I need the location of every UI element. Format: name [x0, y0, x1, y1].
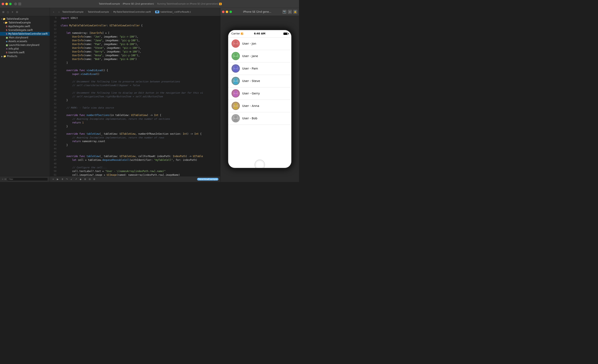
avatar-jon	[232, 40, 240, 48]
iphone-status-bar: Carrier 📶 6:40 AM	[228, 30, 291, 38]
sim-camera-icon[interactable]: 📷	[282, 10, 287, 14]
sim-titlebar: iPhone SE (2nd gene... 📷 ⌂ 🔒	[220, 8, 299, 16]
titlebar-breadcrumb: TableViewExample › iPhone SE (2nd genera…	[23, 2, 297, 5]
titlebar: TableViewExample › iPhone SE (2nd genera…	[0, 0, 299, 8]
sidebar-filter-icon[interactable]: ◻	[6, 10, 9, 14]
minimize-button[interactable]	[5, 3, 8, 5]
project-label: TableViewExample	[99, 2, 120, 5]
add-file-button[interactable]: +	[51, 178, 55, 181]
user-name-gerry: User - Gerry	[242, 92, 260, 95]
arrow-icon: ▾	[3, 22, 4, 24]
avatar-pam	[232, 64, 240, 73]
close-button[interactable]	[2, 3, 4, 5]
code-text[interactable]: import UIKit class MyTableTableViewContr…	[58, 16, 220, 176]
step-out-button[interactable]: ↗	[74, 178, 78, 181]
home-button[interactable]	[255, 160, 265, 170]
sidebar-products-label: Products	[7, 55, 17, 58]
person-icon	[232, 115, 239, 121]
swift-icon: S	[6, 51, 8, 54]
bottom-toolbar: + ▶ ⏸ ↷ ↙ ↗ ◆ ⊞ ⊟ ⊞ TableViewExample	[50, 176, 220, 182]
user-name-pam: User - Pam	[242, 67, 258, 70]
sidebar-filter-bar: + ⊞	[0, 176, 50, 182]
sidebar-file-label: Assets.xcassets	[8, 40, 27, 43]
svg-point-9	[233, 94, 238, 97]
sidebar-item-appdelegate[interactable]: S AppDelegate.swift	[0, 24, 50, 28]
stop-button[interactable]	[18, 2, 21, 5]
nav-back-button[interactable]: ‹	[51, 10, 56, 14]
scheme-badge: TableViewExample	[197, 178, 218, 181]
step-over-button[interactable]: ↷	[65, 178, 68, 181]
sidebar-file-label: Info.plist	[8, 47, 19, 50]
play-button[interactable]: ▶	[56, 178, 59, 181]
sidebar-group-label: TableViewExample	[8, 21, 31, 24]
run-button[interactable]	[14, 2, 17, 5]
table-row[interactable]: User - Jon	[228, 38, 291, 50]
split-button[interactable]: ⊟	[88, 178, 91, 181]
sidebar-item-main-storyboard[interactable]: ■ Main.storyboard	[0, 36, 50, 40]
sim-lock-icon[interactable]: 🔒	[293, 10, 297, 14]
step-into-button[interactable]: ↙	[70, 178, 73, 181]
svg-point-12	[234, 116, 237, 119]
plist-icon: ≡	[6, 48, 8, 50]
iphone-home-indicator	[228, 162, 291, 168]
sidebar-file-label: AppDelegate.swift	[8, 25, 30, 28]
table-row[interactable]: User - Jane	[228, 50, 291, 63]
sidebar-item-products[interactable]: ▶ 📁 Products	[0, 54, 50, 58]
view-options-button[interactable]: ⊞	[83, 178, 87, 181]
sidebar-item-assets[interactable]: ◈ Assets.xcassets	[0, 40, 50, 43]
sidebar-diff-icon[interactable]: ⊟	[15, 10, 19, 14]
filter-icon[interactable]: ⊞	[4, 178, 6, 181]
nav-forward-button[interactable]: ›	[57, 10, 61, 14]
person-icon	[232, 90, 239, 97]
iphone-device: Carrier 📶 6:40 AM	[226, 28, 293, 170]
sim-close-button[interactable]	[222, 11, 224, 13]
filter-input[interactable]	[7, 178, 48, 181]
line-numbers: 910111213 1415161718 1920212223 24252627…	[50, 16, 58, 176]
sidebar-nav-icon[interactable]: ⊞	[2, 10, 5, 14]
sidebar-add-icon[interactable]: +	[11, 10, 14, 14]
breakpoints-button[interactable]: ◆	[79, 178, 82, 181]
plus-icon[interactable]: +	[2, 178, 4, 181]
svg-point-1	[233, 44, 238, 47]
warning-badge: 1	[219, 3, 222, 5]
sidebar-item-userinfo[interactable]: S UserInfo.swift	[0, 51, 50, 54]
svg-point-7	[233, 81, 238, 84]
sidebar-item-mytablevc[interactable]: S MyTableTableViewController.swift	[0, 32, 50, 36]
svg-point-13	[233, 119, 238, 121]
person-icon	[232, 53, 239, 59]
assistant-button[interactable]: ⊞	[93, 178, 96, 181]
code-editor[interactable]: 910111213 1415161718 1920212223 24252627…	[50, 16, 220, 176]
sidebar-file-label: Main.storyboard	[9, 36, 28, 39]
sidebar-item-root[interactable]: ▾ 📁 TableViewExample	[0, 17, 50, 21]
sidebar-item-scenedelegate[interactable]: S SceneDelegate.swift	[0, 28, 50, 32]
person-icon	[232, 78, 239, 84]
svg-point-6	[234, 78, 237, 81]
sidebar-item-launchscreen[interactable]: ■ LaunchScreen.storyboard	[0, 43, 50, 47]
sidebar-item-group[interactable]: ▾ 📂 TableViewExample	[0, 21, 50, 24]
sim-fullscreen-button[interactable]	[229, 11, 232, 13]
sidebar: ⊞ ◻ + ⊟ ▾ 📁 TableViewExample ▾ 📂 TableVi…	[0, 8, 50, 182]
sim-minimize-button[interactable]	[226, 11, 228, 13]
storyboard-icon: ■	[6, 44, 8, 47]
table-row[interactable]: User - Pam	[228, 63, 291, 75]
pause-button[interactable]: ⏸	[61, 178, 64, 181]
run-status-label: Running TableViewExample on iPhone SE (2…	[157, 3, 218, 5]
folder-icon: 📁	[3, 18, 6, 20]
user-name-jane: User - Jane	[242, 54, 258, 58]
sim-home-icon[interactable]: ⌂	[288, 10, 292, 14]
table-row[interactable]: User - Steve	[228, 75, 291, 87]
sidebar-item-infoplist[interactable]: ≡ Info.plist	[0, 47, 50, 51]
simulator-panel: iPhone SE (2nd gene... 📷 ⌂ 🔒 Carrier 📶 6…	[220, 8, 299, 182]
battery-icon	[283, 32, 288, 35]
svg-point-8	[234, 91, 237, 94]
avatar-anna	[232, 102, 240, 110]
person-icon	[232, 40, 239, 47]
sim-toolbar-icons: 📷 ⌂ 🔒	[282, 10, 297, 14]
swift-icon: S	[6, 25, 8, 28]
avatar-bob	[232, 114, 240, 122]
fullscreen-button[interactable]	[9, 3, 12, 5]
table-row[interactable]: User - Gerry	[228, 87, 291, 100]
swift-icon: S	[6, 32, 8, 35]
table-row[interactable]: User - Bob	[228, 112, 291, 125]
table-row[interactable]: User - Anna	[228, 100, 291, 112]
